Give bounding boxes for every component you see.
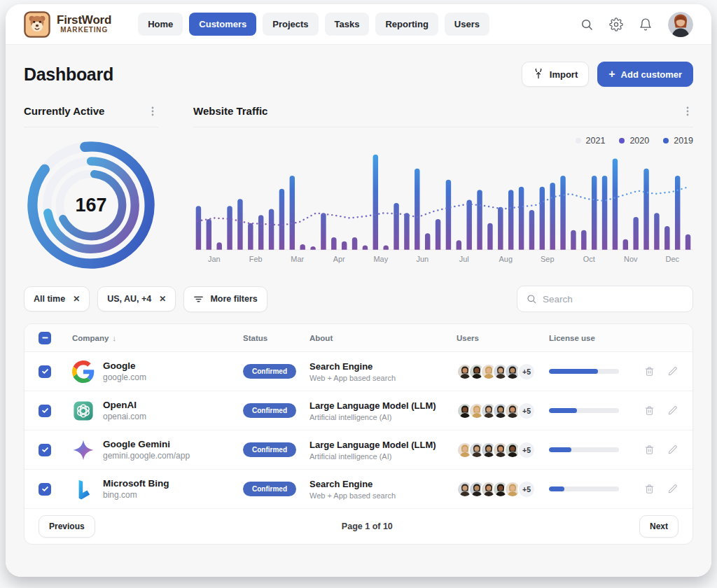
table-pagination: Previous Page 1 of 10 Next <box>25 509 692 544</box>
filter-chip-us-au-4[interactable]: US, AU, +4✕ <box>97 286 176 312</box>
license-progress-bar <box>549 486 619 491</box>
edit-icon <box>667 483 678 495</box>
row-checkbox[interactable] <box>39 483 51 496</box>
active-donut-chart: 167 <box>25 139 158 272</box>
license-progress-bar <box>549 369 619 374</box>
brand-tagline: MARKETING <box>60 27 108 34</box>
row-checkbox[interactable] <box>39 444 51 456</box>
license-progress-bar <box>549 447 619 452</box>
search-input[interactable] <box>543 294 684 304</box>
trash-icon <box>643 405 655 416</box>
about-subtitle: Web + App based search <box>309 491 457 500</box>
settings-button[interactable] <box>609 18 623 31</box>
license-progress-fill <box>549 486 564 491</box>
next-page-button[interactable]: Next <box>639 515 678 538</box>
legend-item-2021[interactable]: 2021 <box>576 136 606 146</box>
notifications-button[interactable] <box>639 18 653 31</box>
users-cell: +5 <box>457 480 549 498</box>
add-customer-button[interactable]: + Add customer <box>597 62 693 87</box>
row-checkbox[interactable] <box>39 405 51 417</box>
table-row-google-gemini: Google Geminigemini.google.com/appConfir… <box>25 430 692 470</box>
company-name: OpenAI <box>103 400 243 410</box>
legend-dot-icon <box>663 138 669 144</box>
svg-text:Jul: Jul <box>459 255 469 263</box>
edit-row-button[interactable] <box>667 483 678 495</box>
table-search <box>517 286 693 312</box>
close-icon[interactable]: ✕ <box>73 295 80 303</box>
search-icon <box>526 293 537 304</box>
search-button[interactable] <box>580 18 594 31</box>
edit-icon <box>667 365 678 377</box>
main-content: Dashboard Import + Add customer Currentl… <box>6 45 711 577</box>
import-icon <box>533 69 544 80</box>
delete-row-button[interactable] <box>643 365 655 377</box>
extra-users-badge: +5 <box>517 480 536 498</box>
license-progress-fill <box>549 447 571 452</box>
edit-row-button[interactable] <box>667 405 678 416</box>
website-traffic-menu-button[interactable] <box>682 106 693 117</box>
filter-chips: All time✕US, AU, +4✕ <box>24 286 176 312</box>
check-icon <box>41 407 49 414</box>
delete-row-button[interactable] <box>643 444 655 456</box>
row-actions <box>643 365 678 377</box>
search-icon <box>580 18 594 31</box>
previous-page-button[interactable]: Previous <box>39 515 95 538</box>
edit-row-button[interactable] <box>667 444 678 456</box>
company-logo-bing <box>72 478 95 500</box>
company-cell: Microsoft Bingbing.com <box>103 478 243 500</box>
svg-text:Sep: Sep <box>541 255 554 263</box>
status-cell: Confirmed <box>243 403 309 418</box>
nav-item-tasks[interactable]: Tasks <box>325 13 370 36</box>
trash-icon <box>643 444 655 456</box>
svg-text:Feb: Feb <box>249 255 263 263</box>
currently-active-menu-button[interactable] <box>147 106 158 117</box>
plus-icon: + <box>608 69 615 80</box>
edit-row-button[interactable] <box>667 365 678 377</box>
svg-text:Jun: Jun <box>416 255 429 263</box>
legend-dot-icon <box>576 138 581 144</box>
nav-item-users[interactable]: Users <box>445 13 489 36</box>
filter-chip-label: All time <box>34 294 65 304</box>
nav-item-home[interactable]: Home <box>138 13 183 36</box>
profile-avatar[interactable] <box>668 12 693 37</box>
delete-row-button[interactable] <box>643 405 655 416</box>
users-cell: +5 <box>457 363 549 381</box>
row-checkbox[interactable] <box>39 365 51 378</box>
nav-items: HomeCustomersProjectsTasksReportingUsers <box>138 13 489 36</box>
company-cell: OpenAIopenai.com <box>103 400 243 421</box>
column-company[interactable]: Company ↓ <box>72 334 243 342</box>
svg-text:Apr: Apr <box>333 255 345 263</box>
select-all-checkbox[interactable] <box>39 332 51 344</box>
top-nav: FirstWord MARKETING HomeCustomersProject… <box>6 4 711 45</box>
filter-chip-all-time[interactable]: All time✕ <box>24 286 90 312</box>
brand-name: FirstWord <box>57 14 111 27</box>
website-traffic-section: Website Traffic 202120202019 JanFebMarAp… <box>193 105 693 272</box>
legend-item-2020[interactable]: 2020 <box>619 136 649 146</box>
company-domain: bing.com <box>103 490 243 500</box>
license-cell <box>549 486 643 491</box>
company-logo-gemini <box>72 439 95 461</box>
nav-item-reporting[interactable]: Reporting <box>375 13 438 36</box>
column-license-use: License use <box>549 334 643 342</box>
edit-icon <box>667 405 678 416</box>
about-subtitle: Web + App based search <box>309 374 457 382</box>
svg-text:Aug: Aug <box>499 255 513 263</box>
company-logo-google <box>72 360 95 383</box>
app-window: FirstWord MARKETING HomeCustomersProject… <box>6 4 711 577</box>
import-button[interactable]: Import <box>522 62 589 87</box>
company-name: Microsoft Bing <box>103 478 243 489</box>
delete-row-button[interactable] <box>643 483 655 495</box>
nav-item-customers[interactable]: Customers <box>189 13 256 36</box>
filter-icon <box>193 294 204 304</box>
license-progress-bar <box>549 408 619 413</box>
column-status: Status <box>243 334 309 342</box>
row-actions <box>643 405 678 416</box>
legend-item-2019[interactable]: 2019 <box>663 136 693 146</box>
extra-users-badge: +5 <box>517 363 536 381</box>
more-filters-button[interactable]: More filters <box>183 286 267 312</box>
table-body: Googlegoogle.comConfirmedSearch EngineWe… <box>25 352 692 509</box>
close-icon[interactable]: ✕ <box>159 295 166 303</box>
about-cell: Large Language Model (LLM)Artificial int… <box>309 400 457 421</box>
status-badge: Confirmed <box>243 482 296 496</box>
nav-item-projects[interactable]: Projects <box>263 13 318 36</box>
